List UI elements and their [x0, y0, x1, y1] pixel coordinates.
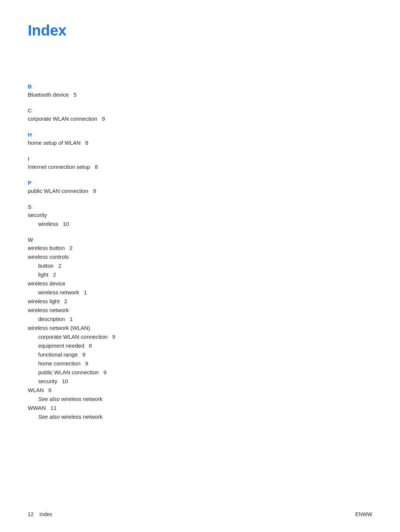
index-entry: wireless button 2: [28, 244, 372, 252]
index-entry: security: [28, 211, 372, 220]
index-entry: corporate WLAN connection 9: [28, 114, 372, 123]
footer-page-number: 12: [28, 511, 34, 517]
index-entry: button 2: [28, 261, 372, 270]
index-entry: wireless controls: [28, 252, 372, 261]
index-section-h: Hhome setup of WLAN 8: [28, 131, 372, 147]
index-entry: corporate WLAN connection 9: [28, 332, 372, 341]
index-entry: WWAN 11: [28, 404, 372, 412]
index-section-c: Ccorporate WLAN connection 9: [28, 107, 372, 123]
index-entry: home connection 9: [28, 359, 372, 368]
page-footer: 12 Index ENWW: [28, 511, 372, 517]
index-entry: Internet connection setup 8: [28, 163, 372, 171]
index-entry: functional range 9: [28, 350, 372, 359]
section-letter-s: S: [28, 204, 372, 210]
footer-left: 12 Index: [28, 511, 52, 517]
index-entry: light 2: [28, 270, 372, 279]
index-entry: wireless device: [28, 279, 372, 288]
index-entry: wireless 10: [28, 220, 372, 228]
index-entry: wireless network: [28, 306, 372, 315]
index-section-s: Ssecuritywireless 10: [28, 204, 372, 228]
index-section-w: Wwireless button 2wireless controlsbutto…: [28, 237, 372, 421]
index-entry: equipment needed 8: [28, 341, 372, 350]
page-container: Index BBluetooth device 5Ccorporate WLAN…: [0, 0, 400, 452]
index-entry: See also wireless network: [28, 395, 372, 404]
index-entry: wireless network (WLAN): [28, 324, 372, 332]
index-section-b: BBluetooth device 5: [28, 83, 372, 99]
index-section-i: IInternet connection setup 8: [28, 155, 372, 171]
index-entry: wireless network 1: [28, 288, 372, 297]
index-entry: See also wireless network: [28, 412, 372, 421]
section-letter-p: P: [28, 180, 372, 186]
section-letter-h: H: [28, 131, 372, 138]
section-letter-c: C: [28, 107, 372, 114]
index-entry: Bluetooth device 5: [28, 90, 372, 99]
index-section-p: Ppublic WLAN connection 9: [28, 180, 372, 195]
footer-label: Index: [40, 511, 52, 517]
index-content: BBluetooth device 5Ccorporate WLAN conne…: [28, 83, 372, 421]
index-entry: public WLAN connection 9: [28, 187, 372, 195]
index-entry: description 1: [28, 315, 372, 324]
section-letter-b: B: [28, 83, 372, 90]
page-title: Index: [28, 22, 372, 39]
index-entry: public WLAN connection 9: [28, 368, 372, 377]
index-entry: wireless light 2: [28, 297, 372, 306]
section-letter-i: I: [28, 155, 372, 162]
index-entry: home setup of WLAN 8: [28, 138, 372, 147]
section-letter-w: W: [28, 237, 372, 243]
index-entry: security 10: [28, 377, 372, 386]
footer-brand: ENWW: [355, 511, 372, 517]
index-entry: WLAN 6: [28, 386, 372, 395]
